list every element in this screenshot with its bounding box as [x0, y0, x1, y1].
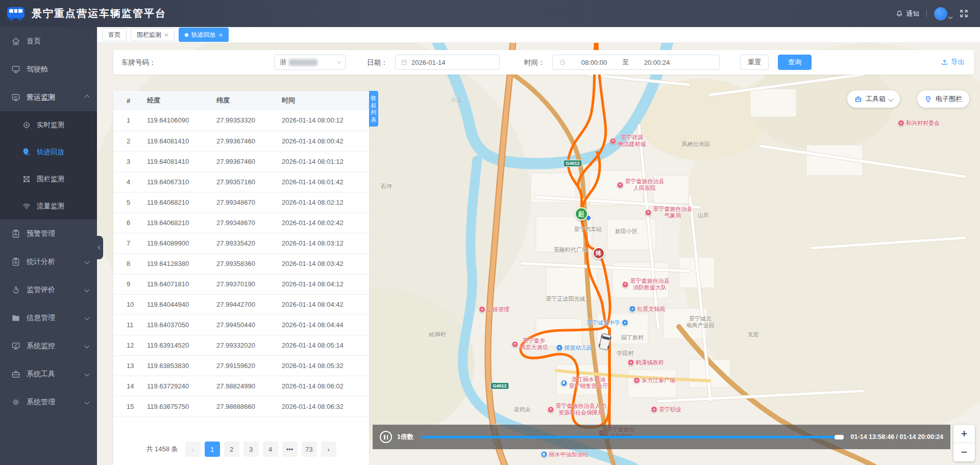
- map-poi-label: 景融时代广场: [554, 247, 587, 253]
- table-row[interactable]: 13119.6385383027.991596202026-01-14 08:0…: [113, 355, 369, 376]
- toolbox-label: 工具箱: [866, 94, 886, 104]
- sidebar-item-track-playback[interactable]: 轨迹回放: [0, 138, 97, 165]
- sidebar-item-system-management[interactable]: 系统管理: [0, 388, 97, 416]
- start-marker[interactable]: 起: [575, 207, 588, 221]
- poi-line: 物流建材城: [618, 141, 646, 148]
- table-row[interactable]: 2119.6408141027.993674602026-01-14 08:00…: [113, 131, 369, 151]
- poi-text: 景宁正达阳光城: [546, 296, 585, 302]
- time-start-value[interactable]: 08:00:00: [566, 59, 622, 66]
- time-range-input[interactable]: 08:00:00 至 20:00:24: [552, 55, 720, 70]
- page-ellipsis[interactable]: •••: [282, 442, 298, 457]
- page-button-1[interactable]: 1: [205, 442, 220, 457]
- user-menu[interactable]: [934, 7, 952, 20]
- collapse-list-button[interactable]: 收起列表: [369, 91, 378, 127]
- table-row[interactable]: 7119.6408990027.993354202026-01-14 08:03…: [113, 233, 369, 253]
- poi-text: 景融时代广场: [554, 247, 587, 253]
- table-row[interactable]: 5119.6406821027.993486702026-01-14 08:02…: [113, 192, 369, 212]
- pause-button[interactable]: [380, 431, 392, 443]
- avatar[interactable]: [934, 7, 947, 20]
- sidebar-item-system-tools[interactable]: 系统工具: [0, 360, 97, 388]
- notification-button[interactable]: 通知: [895, 9, 919, 18]
- plate-select[interactable]: 浙: [274, 55, 346, 70]
- cell-时间: 2026-01-14 08:03:42: [278, 253, 369, 274]
- sidebar-item-supervision-evaluation[interactable]: 监管评价: [0, 276, 97, 304]
- toolbox-button[interactable]: 工具箱: [847, 90, 900, 108]
- map-poi-label: 山后: [698, 212, 709, 218]
- poi-line: 资源和社会保障局: [556, 409, 606, 416]
- sidebar-item-operation-monitor[interactable]: 营运监测: [0, 83, 97, 111]
- end-marker[interactable]: 终: [593, 247, 605, 259]
- tab-fence-monitor[interactable]: 围栏监测×: [131, 28, 175, 41]
- table-row[interactable]: 8119.6412838027.993583602026-01-14 08:03…: [113, 253, 369, 274]
- fullscreen-icon[interactable]: [959, 9, 969, 18]
- page-button-2[interactable]: 2: [224, 442, 239, 457]
- poi-line: 和兴村村委会: [906, 120, 940, 127]
- sidebar-item-label: 统计分析: [27, 257, 55, 266]
- poi-line: 岭脚村: [429, 331, 446, 338]
- zoom-out-button[interactable]: −: [953, 443, 975, 461]
- page-button-4[interactable]: 4: [263, 442, 278, 457]
- table-row[interactable]: 9119.6407181027.993701902026-01-14 08:04…: [113, 274, 369, 294]
- sidebar-item-fence-monitor[interactable]: 围栏监测: [0, 165, 97, 192]
- sidebar-collapse-handle[interactable]: [96, 236, 103, 259]
- cell-纬度: 27.99335420: [212, 233, 278, 253]
- close-icon[interactable]: ×: [164, 31, 168, 39]
- page-button-3[interactable]: 3: [243, 442, 259, 457]
- sidebar-item-home[interactable]: 首页: [0, 27, 97, 55]
- sidebar-item-cockpit[interactable]: 驾驶舱: [0, 55, 97, 83]
- poi-text: 鹤溪镇政府: [636, 359, 664, 366]
- poi-line: 景融时代广场: [554, 247, 587, 253]
- sidebar-item-statistics[interactable]: 统计分析: [0, 248, 97, 276]
- poi-text: 景宁城北电商产业园: [687, 315, 715, 329]
- cell-经度: 119.64067310: [143, 172, 212, 192]
- playback-bar: 1倍数 01-14 13:58:46 / 01-14 20:00:24: [373, 425, 950, 449]
- table-row[interactable]: 4119.6406731027.993571602026-01-14 08:01…: [113, 172, 369, 192]
- active-dot-icon: [185, 33, 188, 37]
- poi-text: 景宁祥源物流建材城: [618, 134, 646, 148]
- tab-track-playback[interactable]: 轨迹回放×: [179, 28, 229, 42]
- cell-时间: 2026-01-14 08:04:12: [278, 274, 369, 294]
- sidebar-item-alert-management[interactable]: 预警管理: [0, 219, 97, 248]
- poi-line: 景宁畲族自治县: [653, 206, 693, 212]
- map-poi-label: 岭脚村: [429, 331, 446, 338]
- page-button-73[interactable]: 73: [302, 442, 317, 457]
- poi-line: 电商产业园: [687, 322, 715, 329]
- map-poi-label: 公路管理: [479, 306, 509, 313]
- poi-line: 老裆尖: [514, 406, 531, 413]
- tab-home[interactable]: 首页: [102, 28, 127, 41]
- table-row[interactable]: 6119.6406821027.993486702026-01-14 08:02…: [113, 212, 369, 233]
- query-button[interactable]: 查询: [778, 55, 812, 70]
- table-row[interactable]: 14119.6372924027.988249902026-01-14 08:0…: [113, 376, 369, 396]
- close-icon[interactable]: ×: [219, 31, 223, 39]
- column-header-1: 经度: [143, 91, 212, 110]
- playback-progress[interactable]: [422, 436, 843, 438]
- track-point-table: #经度纬度时间 1119.6410609027.993533202026-01-…: [113, 91, 369, 417]
- poi-line: 人民医院: [625, 185, 665, 191]
- next-page-button[interactable]: ›: [321, 442, 336, 457]
- map-poi-label: 石坪: [381, 183, 392, 190]
- zoom-in-button[interactable]: +: [953, 425, 975, 443]
- sidebar-item-info-management[interactable]: 信息管理: [0, 304, 97, 332]
- sidebar-item-traffic-monitor[interactable]: 流量监测: [0, 192, 97, 219]
- table-row[interactable]: 10119.6404494027.994427002026-01-14 08:0…: [113, 294, 369, 314]
- sidebar-item-system-monitor[interactable]: 系统监控: [0, 332, 97, 360]
- efence-button[interactable]: 电子围栏: [917, 90, 969, 108]
- table-row[interactable]: 15119.6367575027.986886602026-01-14 08:0…: [113, 396, 369, 417]
- export-button[interactable]: 导出: [941, 58, 965, 67]
- road-badge: G4012: [490, 382, 509, 389]
- table-row[interactable]: 3119.6408141027.993674602026-01-14 08:01…: [113, 151, 369, 172]
- time-end-value[interactable]: 20:00:24: [629, 59, 685, 66]
- poi-pin-icon: [633, 377, 640, 384]
- progress-handle[interactable]: [835, 435, 844, 439]
- sidebar-item-realtime-monitor[interactable]: 实时监测: [0, 111, 97, 138]
- prev-page-button[interactable]: ‹: [185, 442, 201, 457]
- pagination-total: 共 1458 条: [146, 445, 178, 454]
- table-row[interactable]: 1119.6410609027.993533202026-01-14 08:00…: [113, 110, 369, 131]
- poi-text: 山后: [698, 212, 709, 218]
- cell-经度: 119.64068210: [143, 192, 212, 212]
- playback-speed[interactable]: 1倍数: [397, 433, 413, 442]
- date-input[interactable]: 2026-01-14: [395, 55, 500, 70]
- table-row[interactable]: 12119.6391452027.993320202026-01-14 08:0…: [113, 335, 369, 355]
- table-row[interactable]: 11119.6403705027.994504402026-01-14 08:0…: [113, 314, 369, 335]
- reset-button[interactable]: 重置: [740, 55, 769, 70]
